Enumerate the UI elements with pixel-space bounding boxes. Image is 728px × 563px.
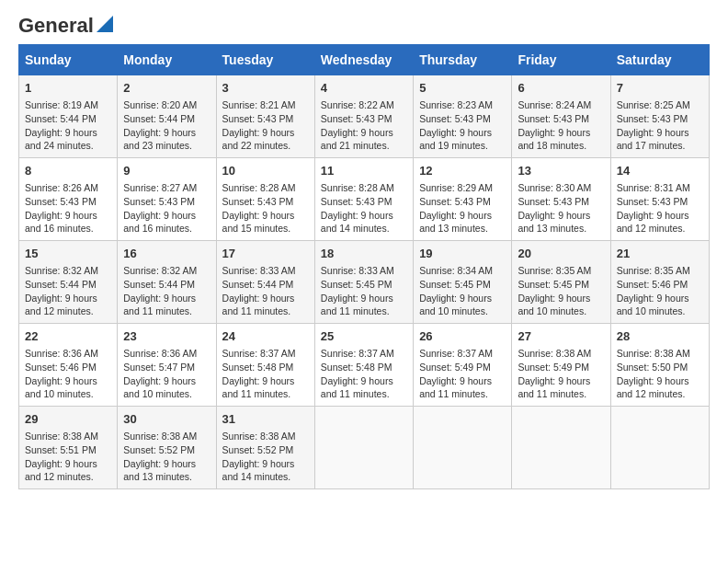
page-header: General	[18, 15, 710, 37]
day-info: Sunrise: 8:23 AM	[419, 98, 506, 112]
day-number: 27	[518, 328, 604, 345]
day-info: and 10 minutes.	[123, 387, 210, 401]
day-info: Sunset: 5:43 PM	[518, 195, 604, 209]
calendar-cell: 30Sunrise: 8:38 AMSunset: 5:52 PMDayligh…	[118, 406, 216, 488]
day-info: and 11 minutes.	[321, 304, 407, 318]
day-info: Sunset: 5:44 PM	[25, 112, 111, 126]
day-number: 25	[321, 328, 407, 345]
day-info: Sunrise: 8:38 AM	[617, 347, 703, 361]
logo-general: General	[18, 15, 94, 37]
day-info: Sunrise: 8:38 AM	[222, 430, 309, 443]
col-header-thursday: Thursday	[414, 45, 512, 75]
calendar-row: 8Sunrise: 8:26 AMSunset: 5:43 PMDaylight…	[19, 158, 710, 241]
day-number: 30	[123, 411, 210, 428]
day-info: Sunset: 5:43 PM	[518, 112, 604, 126]
calendar-cell	[414, 406, 512, 488]
calendar-cell: 9Sunrise: 8:27 AMSunset: 5:43 PMDaylight…	[118, 158, 216, 241]
calendar-cell: 15Sunrise: 8:32 AMSunset: 5:44 PMDayligh…	[19, 241, 118, 324]
day-info: Sunset: 5:44 PM	[123, 112, 210, 126]
day-info: Daylight: 9 hours	[25, 126, 111, 140]
day-info: Sunrise: 8:34 AM	[419, 264, 506, 278]
day-info: Sunset: 5:43 PM	[617, 195, 703, 209]
day-info: Daylight: 9 hours	[518, 209, 604, 223]
day-info: Sunrise: 8:20 AM	[123, 98, 210, 112]
day-info: Sunrise: 8:31 AM	[617, 181, 703, 195]
day-info: Daylight: 9 hours	[25, 374, 111, 388]
day-info: and 19 minutes.	[419, 139, 506, 153]
calendar-row: 15Sunrise: 8:32 AMSunset: 5:44 PMDayligh…	[19, 241, 710, 324]
calendar-row: 22Sunrise: 8:36 AMSunset: 5:46 PMDayligh…	[19, 324, 710, 407]
day-info: Daylight: 9 hours	[518, 292, 604, 305]
day-info: Sunset: 5:51 PM	[25, 443, 111, 457]
day-info: Daylight: 9 hours	[321, 374, 407, 388]
day-number: 10	[222, 163, 309, 179]
day-info: and 22 minutes.	[222, 139, 309, 153]
calendar-cell: 21Sunrise: 8:35 AMSunset: 5:46 PMDayligh…	[610, 241, 709, 324]
day-info: Sunrise: 8:36 AM	[25, 347, 111, 361]
day-info: Sunrise: 8:28 AM	[222, 181, 309, 195]
day-info: Sunset: 5:46 PM	[617, 278, 703, 292]
day-number: 9	[123, 163, 210, 179]
calendar-cell: 6Sunrise: 8:24 AMSunset: 5:43 PMDaylight…	[512, 75, 610, 158]
day-info: Daylight: 9 hours	[123, 209, 210, 223]
day-info: Sunrise: 8:35 AM	[617, 264, 703, 278]
day-info: and 11 minutes.	[222, 304, 309, 318]
day-info: Daylight: 9 hours	[25, 209, 111, 223]
day-info: and 10 minutes.	[25, 387, 111, 401]
day-info: Daylight: 9 hours	[222, 457, 309, 471]
day-info: Sunrise: 8:33 AM	[222, 264, 309, 278]
calendar-cell: 11Sunrise: 8:28 AMSunset: 5:43 PMDayligh…	[314, 158, 413, 241]
calendar-cell: 16Sunrise: 8:32 AMSunset: 5:44 PMDayligh…	[118, 241, 216, 324]
calendar-cell: 14Sunrise: 8:31 AMSunset: 5:43 PMDayligh…	[610, 158, 709, 241]
day-info: and 11 minutes.	[321, 387, 407, 401]
calendar-cell: 27Sunrise: 8:38 AMSunset: 5:49 PMDayligh…	[512, 324, 610, 407]
calendar-cell	[314, 406, 413, 488]
day-info: Daylight: 9 hours	[222, 209, 309, 223]
day-info: Daylight: 9 hours	[222, 374, 309, 388]
day-info: Sunset: 5:43 PM	[419, 195, 506, 209]
calendar-cell: 1Sunrise: 8:19 AMSunset: 5:44 PMDaylight…	[19, 75, 118, 158]
day-number: 15	[25, 246, 111, 262]
calendar-cell: 22Sunrise: 8:36 AMSunset: 5:46 PMDayligh…	[19, 324, 118, 407]
day-info: Sunset: 5:46 PM	[25, 361, 111, 374]
day-info: and 14 minutes.	[321, 222, 407, 236]
logo-arrow-icon	[97, 15, 113, 37]
day-number: 5	[419, 80, 506, 97]
day-info: Daylight: 9 hours	[518, 126, 604, 140]
calendar-cell: 25Sunrise: 8:37 AMSunset: 5:48 PMDayligh…	[314, 324, 413, 407]
day-number: 24	[222, 328, 309, 345]
day-info: Sunset: 5:43 PM	[617, 112, 703, 126]
day-info: Daylight: 9 hours	[617, 374, 703, 388]
day-info: and 10 minutes.	[419, 304, 506, 318]
day-info: Daylight: 9 hours	[123, 457, 210, 471]
day-info: Daylight: 9 hours	[321, 292, 407, 305]
day-number: 1	[25, 80, 111, 97]
day-info: Daylight: 9 hours	[123, 126, 210, 140]
day-number: 31	[222, 411, 309, 428]
day-number: 20	[518, 246, 604, 262]
calendar-cell: 8Sunrise: 8:26 AMSunset: 5:43 PMDaylight…	[19, 158, 118, 241]
calendar-cell	[610, 406, 709, 488]
day-number: 12	[419, 163, 506, 179]
day-info: and 21 minutes.	[321, 139, 407, 153]
day-info: Sunset: 5:43 PM	[123, 195, 210, 209]
day-info: Sunrise: 8:32 AM	[123, 264, 210, 278]
calendar-row: 29Sunrise: 8:38 AMSunset: 5:51 PMDayligh…	[19, 406, 710, 488]
day-number: 19	[419, 246, 506, 262]
day-number: 18	[321, 246, 407, 262]
day-info: Sunset: 5:44 PM	[222, 278, 309, 292]
col-header-tuesday: Tuesday	[216, 45, 314, 75]
day-info: Sunrise: 8:33 AM	[321, 264, 407, 278]
day-info: Sunset: 5:44 PM	[25, 278, 111, 292]
day-info: Sunset: 5:43 PM	[321, 112, 407, 126]
day-info: Sunset: 5:45 PM	[321, 278, 407, 292]
day-info: and 18 minutes.	[518, 139, 604, 153]
day-number: 11	[321, 163, 407, 179]
calendar-table: SundayMondayTuesdayWednesdayThursdayFrid…	[18, 44, 710, 489]
day-info: Sunset: 5:52 PM	[123, 443, 210, 457]
day-info: Daylight: 9 hours	[123, 292, 210, 305]
day-info: Sunrise: 8:19 AM	[25, 98, 111, 112]
calendar-cell: 24Sunrise: 8:37 AMSunset: 5:48 PMDayligh…	[216, 324, 314, 407]
calendar-cell: 17Sunrise: 8:33 AMSunset: 5:44 PMDayligh…	[216, 241, 314, 324]
col-header-saturday: Saturday	[610, 45, 709, 75]
